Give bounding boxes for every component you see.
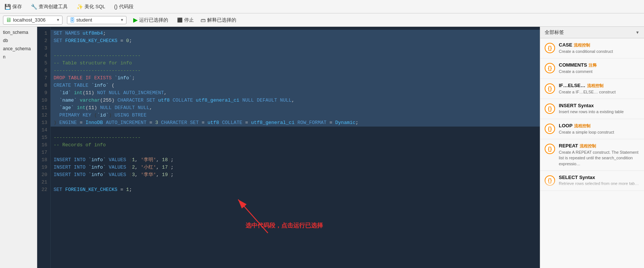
snippet-item-3[interactable]: {}INSERT SyntaxInsert new rows into a ex… (540, 99, 644, 119)
snippet-icon-5: {} (545, 144, 555, 154)
fold-icon-8[interactable]: □ (45, 82, 47, 89)
beautify-label: 美化 SQL (84, 3, 105, 10)
host-arrow-icon: ▼ (56, 18, 60, 22)
snippet-content-1: COMMENTS注释Create a comment (559, 62, 640, 74)
snippet-badge-0: 流程控制 (574, 43, 590, 47)
database-value: student (76, 17, 92, 23)
snippet-icon-2: {} (545, 83, 555, 94)
snippet-title-1: COMMENTS注释 (559, 62, 640, 68)
snippet-badge-2: 流程控制 (587, 83, 603, 88)
code-line-22[interactable]: SET FOREIGN_KEY_CHECKS = 1; (51, 186, 540, 194)
snippet-desc-0: Create a conditional construct (559, 49, 640, 54)
snippet-item-5[interactable]: {}REPEAT流程控制Create A REPEAT construct. T… (540, 139, 644, 171)
snippet-desc-4: Create a simple loop construct (559, 130, 640, 135)
panel-header-dropdown-icon[interactable]: ▼ (635, 30, 640, 35)
sidebar-item-2[interactable]: db (0, 36, 37, 45)
snippet-icon-6: {} (545, 175, 555, 186)
query-tool-icon: 🔧 (31, 4, 37, 10)
snippet-title-6: SELECT Syntax (559, 175, 640, 180)
code-line-8[interactable]: CREATE TABLE `info` (□ (51, 82, 540, 89)
snippet-content-6: SELECT SyntaxRetrieve rows selected from… (559, 175, 640, 186)
code-container: 12345678910111213141516171819202122 SET … (37, 27, 540, 268)
code-line-1[interactable]: SET NAMES utf8mb4; (51, 30, 540, 37)
code-line-21[interactable] (51, 179, 540, 186)
code-line-6[interactable]: ------------------------------ (51, 67, 540, 74)
snippet-item-2[interactable]: {}IF…ELSE…流程控制Create a IF…ELSE… construc… (540, 79, 644, 99)
code-line-14[interactable] (51, 127, 540, 134)
code-line-19[interactable]: INSERT INTO `info` VALUES (2, '小红', 17); (51, 164, 540, 171)
explain-icon: 🗃 (201, 17, 206, 23)
snippet-list: {}CASE流程控制Create a conditional construct… (540, 38, 644, 268)
code-line-7[interactable]: DROP TABLE IF EXISTS `info`; (51, 74, 540, 82)
code-snippet-button[interactable]: () 代码段 (113, 3, 135, 11)
beautify-button[interactable]: ✨ 美化 SQL (75, 3, 107, 11)
code-line-20[interactable]: INSERT INTO `info` VALUES (3, '李华', 19); (51, 171, 540, 179)
code-line-15[interactable]: ------------------------------ (51, 134, 540, 141)
code-line-2[interactable]: SET FOREIGN_KEY_CHECKS = 0; (51, 37, 540, 45)
code-line-16[interactable]: -- Records of info (51, 141, 540, 149)
code-line-5[interactable]: -- Table structure for info (51, 60, 540, 67)
line-number-12: 12 (37, 112, 50, 119)
line-number-17: 17 (37, 149, 50, 156)
snippet-desc-6: Retrieve rows selected from one more tab… (559, 181, 640, 186)
stop-button[interactable]: ⬛ 停止 (175, 16, 196, 24)
line-number-11: 11 (37, 104, 50, 112)
snippet-item-6[interactable]: {}SELECT SyntaxRetrieve rows selected fr… (540, 171, 644, 191)
line-number-1: 1 (37, 30, 50, 37)
line-number-5: 5 (37, 60, 50, 67)
snippet-desc-3: Insert new rows into a existing table (559, 109, 640, 115)
code-line-10[interactable]: `name` varchar(255) CHARACTER SET utf8 C… (51, 97, 540, 104)
database-selector[interactable]: 🗄 student ▼ (67, 16, 126, 24)
query-tool-button[interactable]: 🔧 查询创建工具 (29, 3, 69, 11)
sidebar-item-3[interactable]: ance_schema (0, 45, 37, 53)
snippet-badge-5: 流程控制 (580, 144, 596, 148)
code-lines[interactable]: SET NAMES utf8mb4;SET FOREIGN_KEY_CHECKS… (51, 27, 540, 268)
run-button[interactable]: ▶ 运行已选择的 (131, 16, 170, 24)
code-icon: () (114, 4, 118, 10)
snippet-desc-5: Create A REPEAT construct. The Statement… (559, 150, 640, 167)
code-line-18[interactable]: INSERT INTO `info` VALUES (1, '李明', 18); (51, 156, 540, 164)
line-number-6: 6 (37, 67, 50, 74)
code-line-9[interactable]: `id` int(11) NOT NULL AUTO_INCREMENT, (51, 89, 540, 97)
save-label: 保存 (12, 3, 22, 10)
line-number-8: 8 (37, 82, 50, 89)
line-number-20: 20 (37, 171, 50, 179)
sidebar-item-4[interactable]: n (0, 53, 37, 61)
line-number-9: 9 (37, 89, 50, 97)
line-number-18: 18 (37, 156, 50, 164)
snippet-icon-3: {} (545, 103, 555, 114)
line-number-21: 21 (37, 179, 50, 186)
snippet-item-1[interactable]: {}COMMENTS注释Create a comment (540, 58, 644, 79)
stop-label: 停止 (184, 17, 194, 23)
line-number-4: 4 (37, 52, 50, 60)
code-line-3[interactable] (51, 45, 540, 52)
line-number-16: 16 (37, 141, 50, 149)
code-line-12[interactable]: PRIMARY KEY (`id`) USING BTREE (51, 112, 540, 119)
snippet-desc-2: Create a IF…ELSE… construct (559, 89, 640, 95)
snippet-content-0: CASE流程控制Create a conditional construct (559, 42, 640, 54)
save-icon: 💾 (4, 4, 11, 10)
run-label: 运行已选择的 (139, 17, 168, 23)
explain-button[interactable]: 🗃 解释已选择的 (201, 17, 236, 23)
host-selector[interactable]: 🖥 localhost_3306 ▼ (3, 16, 63, 25)
save-button[interactable]: 💾 保存 (3, 3, 23, 11)
snippet-title-3: INSERT Syntax (559, 103, 640, 108)
snippet-title-2: IF…ELSE…流程控制 (559, 83, 640, 89)
snippet-title-0: CASE流程控制 (559, 42, 640, 48)
snippet-badge-1: 注释 (589, 63, 597, 67)
main-area: tion_schema db ance_schema n 12345678910… (0, 27, 644, 268)
snippet-content-5: REPEAT流程控制Create A REPEAT construct. The… (559, 143, 640, 167)
snippet-item-0[interactable]: {}CASE流程控制Create a conditional construct (540, 38, 644, 58)
snippet-item-4[interactable]: {}LOOP流程控制Create a simple loop construct (540, 119, 644, 139)
snippet-desc-1: Create a comment (559, 69, 640, 74)
play-icon: ▶ (133, 16, 138, 23)
beautify-icon: ✨ (77, 4, 83, 10)
code-line-11[interactable]: `age` int(11) NULL DEFAULT NULL, (51, 104, 540, 112)
sidebar-item-1[interactable]: tion_schema (0, 28, 37, 36)
code-line-4[interactable]: ------------------------------ (51, 52, 540, 60)
code-line-17[interactable] (51, 149, 540, 156)
code-line-13[interactable]: ) ENGINE = InnoDB AUTO_INCREMENT = 3 CHA… (51, 119, 540, 127)
editor-area[interactable]: 12345678910111213141516171819202122 SET … (37, 27, 540, 268)
line-number-13: 13 (37, 119, 50, 127)
code-snippet-label: 代码段 (119, 3, 134, 10)
